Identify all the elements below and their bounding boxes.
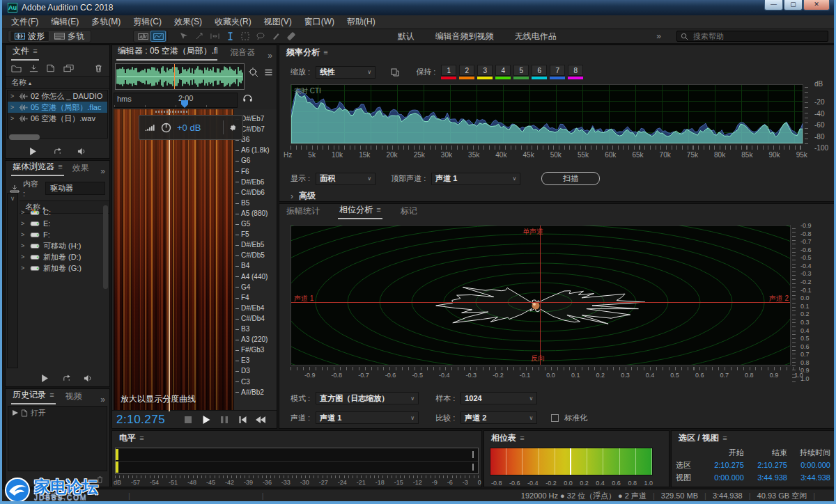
waveform-overview[interactable] bbox=[115, 63, 245, 90]
preview-play-icon[interactable] bbox=[40, 375, 49, 382]
menu-item-2[interactable]: 多轨(M) bbox=[85, 15, 127, 29]
menu-item-0[interactable]: 文件(F) bbox=[5, 15, 45, 29]
gain-knob-icon[interactable] bbox=[161, 123, 171, 133]
multitrack-view-button[interactable]: 多轨 bbox=[49, 31, 89, 42]
panel-list-icon[interactable] bbox=[264, 69, 273, 76]
drive-row[interactable]: >新加卷 (G:) bbox=[20, 262, 102, 274]
top-channel-dropdown[interactable]: 声道 1∨ bbox=[431, 173, 520, 185]
copy-to-clipboard-icon[interactable] bbox=[391, 68, 399, 77]
minimize-button[interactable]: — bbox=[764, 0, 783, 10]
paintbrush-tool-icon[interactable] bbox=[270, 31, 282, 42]
drive-row[interactable]: >可移动 (H:) bbox=[20, 240, 102, 251]
panel-menu-icon[interactable]: ≡ bbox=[722, 434, 727, 442]
close-button[interactable]: ✕ bbox=[803, 0, 830, 10]
collapse-icon[interactable]: ∨ bbox=[10, 195, 15, 202]
hold-button-8[interactable]: 8 bbox=[568, 65, 583, 76]
panel-menu-icon[interactable]: ≡ bbox=[376, 205, 380, 214]
hold-button-5[interactable]: 5 bbox=[513, 65, 529, 76]
hold-button-1[interactable]: 1 bbox=[441, 65, 456, 76]
expander-icon[interactable]: > bbox=[10, 115, 16, 122]
files-name-header[interactable]: 名称 ▴ bbox=[6, 76, 109, 89]
drive-row[interactable]: >F: bbox=[20, 229, 102, 240]
hold-button-6[interactable]: 6 bbox=[532, 65, 547, 76]
file-row[interactable]: >02 你怎么 _ DAUDIO bbox=[8, 90, 107, 102]
menu-item-3[interactable]: 剪辑(C) bbox=[127, 15, 168, 29]
go-to-start-button[interactable] bbox=[238, 416, 247, 423]
spot-healing-tool-icon[interactable] bbox=[285, 31, 297, 42]
panel-menu-icon[interactable]: ≡ bbox=[33, 47, 37, 55]
expander-icon[interactable]: > bbox=[21, 209, 26, 216]
title-bar[interactable]: Au Adobe Audition CC 2018 — ▢ ✕ bbox=[2, 0, 834, 15]
advanced-label[interactable]: 高级 bbox=[299, 190, 316, 202]
panel-menu-icon[interactable]: ≡ bbox=[323, 48, 327, 56]
advanced-expander-icon[interactable]: › bbox=[291, 191, 293, 201]
panel-menu-icon[interactable]: ≡ bbox=[139, 434, 144, 442]
display-dropdown[interactable]: 面积∨ bbox=[316, 173, 376, 185]
tab-phase-analysis[interactable]: 相位分析 ≡ bbox=[338, 203, 382, 219]
normalize-checkbox[interactable] bbox=[551, 414, 559, 422]
menu-item-7[interactable]: 窗口(W) bbox=[298, 15, 341, 29]
panel-menu-icon[interactable]: ≡ bbox=[58, 162, 62, 171]
hud-overlay[interactable]: +0 dB bbox=[139, 115, 243, 140]
menu-item-5[interactable]: 收藏夹(R) bbox=[208, 15, 258, 29]
hold-button-7[interactable]: 7 bbox=[550, 65, 565, 76]
expander-icon[interactable]: > bbox=[21, 253, 26, 260]
spectral-display-button[interactable] bbox=[150, 31, 166, 42]
menu-item-4[interactable]: 效果(S) bbox=[168, 15, 208, 29]
tab-amplitude-statistics[interactable]: 振幅统计 bbox=[285, 204, 321, 219]
panel-menu-icon[interactable]: ≡ bbox=[520, 434, 524, 442]
drive-row[interactable]: >新加卷 (D:) bbox=[20, 251, 102, 262]
waveform-view-button[interactable]: 波形 bbox=[10, 31, 49, 42]
history-item-open[interactable]: 打开 bbox=[31, 408, 46, 418]
workspace-1[interactable]: 编辑音频到视频 bbox=[435, 31, 494, 42]
timeline-ruler[interactable]: hms 2:00 bbox=[114, 93, 238, 108]
panel-overflow-icon[interactable]: » bbox=[100, 166, 105, 176]
stop-button[interactable] bbox=[183, 416, 193, 423]
tab-video[interactable]: 视频 bbox=[64, 389, 84, 404]
razor-tool-icon[interactable] bbox=[193, 31, 206, 42]
file-row[interactable]: >05 空港（局部）.flac bbox=[8, 102, 107, 113]
spectrogram-display[interactable] bbox=[114, 109, 233, 411]
meter-range-handle[interactable] bbox=[472, 464, 474, 471]
preview-play-icon[interactable] bbox=[29, 148, 38, 155]
trash-icon[interactable] bbox=[93, 64, 104, 72]
hud-drag-handle[interactable] bbox=[155, 111, 187, 113]
meter-range-handle[interactable] bbox=[472, 451, 474, 458]
content-dropdown[interactable]: 驱动器 bbox=[45, 182, 105, 195]
time-selection-tool-icon[interactable] bbox=[224, 31, 236, 42]
expander-icon[interactable]: > bbox=[21, 231, 26, 238]
drive-row[interactable]: >C: bbox=[20, 207, 102, 218]
search-help-box[interactable] bbox=[676, 31, 828, 42]
tab-media-browser[interactable]: 媒体浏览器 ≡ bbox=[11, 159, 64, 176]
hold-button-4[interactable]: 4 bbox=[495, 65, 511, 76]
mode-dropdown[interactable]: 直方图（日志缩放）∨ bbox=[316, 392, 419, 404]
samples-dropdown[interactable]: 1024∨ bbox=[460, 392, 537, 404]
tab-markers[interactable]: 标记 bbox=[399, 204, 419, 219]
search-input[interactable] bbox=[692, 31, 810, 41]
tab-history[interactable]: 历史记录 ≡ bbox=[11, 388, 56, 404]
hud-gain-value[interactable]: +0 dB bbox=[177, 123, 201, 133]
open-file-icon[interactable] bbox=[11, 64, 22, 72]
tab-effects[interactable]: 效果 bbox=[71, 161, 89, 176]
drive-row[interactable]: >E: bbox=[20, 218, 102, 229]
marquee-selection-tool-icon[interactable] bbox=[239, 31, 251, 42]
hold-button-2[interactable]: 2 bbox=[459, 65, 474, 76]
panel-overflow-icon[interactable]: » bbox=[268, 51, 272, 61]
media-tree-rail[interactable]: ∨ bbox=[7, 193, 18, 368]
note-frequency-ruler[interactable]: D#/Eb7C#/Db7B6A6 (1.8k)G6F6D#/Eb6C#/Db6B… bbox=[233, 109, 277, 411]
play-button[interactable] bbox=[201, 416, 211, 423]
workspace-0[interactable]: 默认 bbox=[398, 31, 415, 42]
lasso-selection-tool-icon[interactable] bbox=[254, 31, 267, 42]
new-file-icon[interactable] bbox=[46, 64, 56, 72]
tab-files[interactable]: 文件 ≡ bbox=[11, 44, 39, 61]
expander-icon[interactable]: > bbox=[10, 104, 16, 111]
hold-button-3[interactable]: 3 bbox=[477, 65, 493, 76]
expander-icon[interactable]: > bbox=[21, 220, 26, 227]
time-display[interactable]: 2:10.275 bbox=[116, 413, 165, 427]
media-import-icon[interactable] bbox=[10, 184, 20, 193]
maximize-button[interactable]: ▢ bbox=[784, 0, 803, 10]
headphones-monitor-icon[interactable] bbox=[243, 94, 252, 102]
compare-dropdown[interactable]: 声道 2∨ bbox=[460, 411, 537, 424]
files-hscrollbar[interactable] bbox=[9, 134, 40, 140]
loop-playback-icon[interactable] bbox=[53, 148, 62, 155]
